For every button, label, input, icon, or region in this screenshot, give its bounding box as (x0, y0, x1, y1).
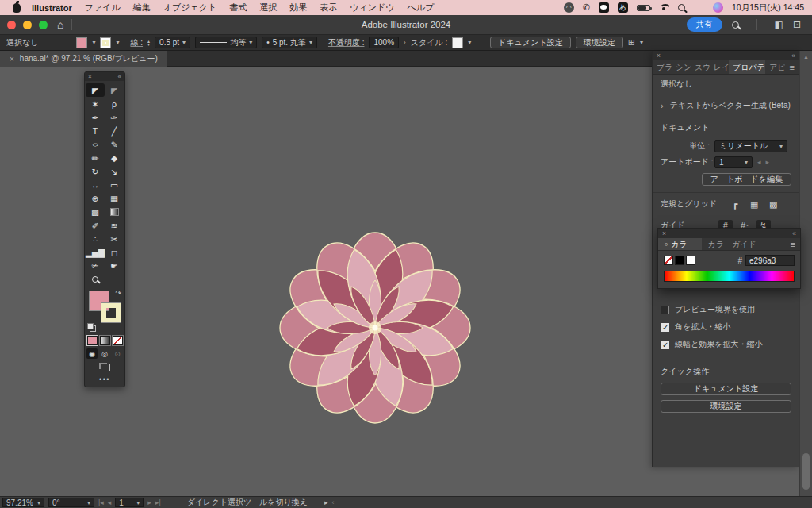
preferences-button[interactable]: 環境設定 (661, 400, 791, 413)
document-setup-button[interactable]: ドキュメント設定 (490, 37, 570, 48)
minimize-window-button[interactable] (23, 21, 32, 29)
menu-item[interactable]: ファイル (85, 2, 121, 13)
draw-behind-icon[interactable]: ◎ (99, 348, 110, 359)
stroke-weight-stepper[interactable]: ▴▾ (147, 40, 150, 46)
scrollbar-thumb[interactable] (802, 453, 810, 490)
tab-appearance[interactable]: アピ (765, 60, 784, 74)
blend-tool[interactable]: ≋ (105, 218, 124, 232)
show-rulers-icon[interactable]: ┏ (728, 198, 742, 210)
menu-clock[interactable]: 10月15日(火) 14:45 (732, 2, 804, 13)
color-button[interactable] (87, 336, 98, 345)
zoom-level-dropdown[interactable]: 97.21%▾ (2, 498, 44, 507)
paintbrush-tool[interactable]: ✎ (105, 137, 124, 151)
close-panel-icon[interactable]: × (88, 73, 92, 80)
panel-menu-icon[interactable]: ≡ (786, 238, 800, 250)
gradient-tool[interactable] (105, 205, 124, 218)
rotate-tool[interactable]: ↻ (86, 164, 105, 178)
white-swatch[interactable] (686, 256, 695, 265)
menu-item[interactable]: オブジェクト (163, 2, 217, 13)
hand-tool[interactable]: ☛ (105, 259, 124, 272)
checkbox[interactable] (661, 341, 669, 349)
app-swirl-icon[interactable]: ◠ (564, 2, 574, 13)
siri-icon[interactable] (713, 2, 723, 13)
zoom-tool[interactable] (86, 272, 105, 286)
stroke-color-swatch[interactable] (100, 37, 111, 48)
pen-tool[interactable]: ✒ (86, 110, 105, 124)
status-collapse-icon[interactable]: ‹ (332, 498, 335, 506)
artboard-tool[interactable]: ◻ (105, 245, 124, 259)
draw-normal-icon[interactable]: ◉ (86, 348, 98, 359)
document-tab[interactable]: × hana.ai* @ 97.21 % (RGB/プレビュー) (0, 51, 167, 67)
show-grid-icon[interactable]: ▦ (747, 198, 761, 210)
stroke-weight-dropdown[interactable]: 0.5 pt▾ (155, 37, 190, 48)
close-panel-icon[interactable]: × (662, 229, 666, 237)
phone-icon[interactable]: ✆ (583, 2, 590, 13)
mesh-tool[interactable]: ▩ (86, 205, 105, 218)
pencil-tool[interactable]: ✏ (86, 151, 105, 164)
curvature-tool[interactable]: ✑ (105, 110, 124, 124)
tab-properties[interactable]: プロパティ (729, 60, 765, 74)
artboard-nav-dropdown[interactable]: 1▾ (115, 498, 144, 507)
collapse-panel-icon[interactable]: « (792, 229, 796, 237)
zoom-window-button[interactable] (39, 21, 48, 29)
close-window-button[interactable] (7, 21, 16, 29)
gradient-button[interactable] (100, 336, 110, 345)
direct-selection-tool[interactable]: ◤ (105, 83, 124, 97)
spotlight-search-icon[interactable] (678, 4, 685, 11)
tab-layers[interactable]: レイ (710, 60, 729, 74)
first-artboard-icon[interactable]: |◂ (98, 498, 104, 506)
battery-icon[interactable] (637, 5, 650, 11)
rotation-dropdown[interactable]: 0°▾ (48, 498, 94, 507)
arrange-documents-icon[interactable]: ◧ (775, 19, 783, 30)
checkbox[interactable] (661, 323, 669, 332)
line-app-icon[interactable] (599, 2, 609, 13)
control-center-icon[interactable] (694, 3, 704, 12)
prev-artboard-icon[interactable]: ◂ (108, 498, 112, 506)
next-artboard-icon[interactable]: ▸ (147, 498, 151, 506)
lasso-tool[interactable]: ρ (105, 97, 124, 110)
stroke-profile-dropdown[interactable]: 均等▾ (195, 37, 257, 48)
slice-tool[interactable]: ✂ (105, 232, 124, 245)
opacity-panel-link[interactable]: 不透明度 : (328, 37, 365, 48)
transparency-grid-icon[interactable]: ▩ (766, 198, 780, 210)
last-artboard-icon[interactable]: ▸| (155, 498, 161, 506)
close-panel-icon[interactable]: × (657, 52, 661, 60)
tab-swatches[interactable]: スウ (691, 60, 710, 74)
color-spectrum-bar[interactable] (664, 271, 795, 282)
free-transform-tool[interactable]: ▭ (105, 178, 124, 191)
text-to-vector-row[interactable]: › テキストからベクター生成 (Beta) (653, 94, 799, 117)
close-document-icon[interactable]: × (10, 55, 14, 64)
black-swatch[interactable] (675, 256, 684, 265)
opacity-value-field[interactable]: 100% (369, 37, 399, 48)
shape-builder-tool[interactable]: ⊕ (86, 191, 105, 205)
eyedropper-tool[interactable]: ✐ (86, 218, 105, 232)
prev-artboard-icon[interactable]: ◂ (757, 158, 761, 166)
stroke-panel-link[interactable]: 線 : (131, 37, 144, 48)
edit-artboards-button[interactable]: アートボードを編集 (702, 173, 791, 186)
panel-menu-icon[interactable]: ≡ (785, 60, 799, 74)
menu-item[interactable]: ウィンドウ (350, 2, 394, 13)
screen-mode-icon[interactable] (99, 363, 110, 371)
perspective-grid-tool[interactable]: ▦ (105, 191, 124, 205)
menu-item[interactable]: 表示 (320, 2, 337, 13)
menu-item[interactable]: 書式 (229, 2, 247, 13)
knife-tool[interactable]: ✃ (86, 259, 105, 272)
scroll-up-icon[interactable]: ▲ (803, 54, 809, 60)
unit-dropdown[interactable]: ミリメートル▾ (714, 140, 787, 152)
default-fill-stroke-icon[interactable] (87, 323, 96, 332)
brush-dropdown[interactable]: •5 pt. 丸筆▾ (262, 37, 317, 48)
search-icon[interactable] (732, 21, 739, 29)
scale-tool[interactable]: ↘ (105, 164, 124, 178)
none-swatch[interactable] (664, 256, 673, 265)
line-segment-tool[interactable]: ╱ (105, 124, 124, 137)
flower-artwork[interactable] (278, 231, 472, 425)
collapse-panel-icon[interactable]: « (118, 73, 121, 80)
swap-fill-stroke-icon[interactable]: ↷ (115, 289, 121, 297)
selection-tool[interactable]: ◤ (86, 83, 105, 97)
next-artboard-icon[interactable]: ▸ (766, 158, 770, 166)
workspace-switcher-icon[interactable]: ⊡ (793, 19, 801, 30)
tab-color-guide[interactable]: カラーガイド (702, 238, 763, 250)
fill-color-swatch[interactable] (76, 37, 87, 48)
menu-item[interactable]: 効果 (289, 2, 307, 13)
home-icon[interactable]: ⌂ (57, 18, 63, 31)
